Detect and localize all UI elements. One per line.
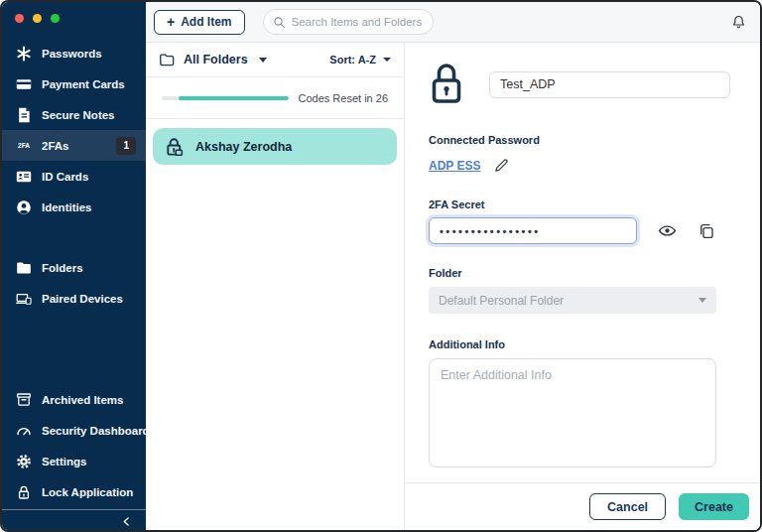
sidebar-item-passwords[interactable]: Passwords: [2, 38, 146, 68]
eye-icon: [658, 221, 677, 240]
detail-head-row: [429, 61, 736, 108]
big-lock-icon: [429, 61, 464, 108]
reveal-secret-button[interactable]: [658, 221, 677, 240]
folder-icon: [15, 259, 33, 277]
search-icon: [273, 16, 286, 29]
additional-info-label: Additional Info: [429, 338, 736, 350]
id-card-icon: [15, 168, 33, 186]
2fa-icon: 2FA: [15, 137, 33, 155]
notifications-button[interactable]: [730, 14, 747, 31]
sidebar-item-label: Paired Devices: [42, 293, 123, 305]
2fa-lock-icon: [164, 136, 185, 157]
sort-dropdown[interactable]: Sort: A-Z: [329, 54, 391, 66]
devices-icon: [15, 290, 33, 308]
connected-password-link[interactable]: ADP ESS: [429, 159, 480, 173]
sidebar-item-label: Lock Application: [42, 486, 133, 498]
content: All Folders Sort: A-Z Codes Reset in 26: [146, 43, 760, 530]
sidebar-item-lock-application[interactable]: Lock Application: [2, 476, 146, 507]
codes-reset-label: Codes Reset in 26: [299, 92, 389, 104]
search-bar[interactable]: [263, 9, 434, 35]
sidebar-item-label: 2FAs: [42, 140, 69, 152]
folder-select[interactable]: Default Personal Folder: [429, 287, 716, 314]
chevron-left-icon: [120, 514, 133, 532]
sidebar-item-2fas[interactable]: 2FA 2FAs 1: [2, 130, 146, 161]
edit-connected-password-button[interactable]: [494, 158, 509, 173]
codes-reset-row: Codes Reset in 26: [146, 77, 404, 119]
item-list: Akshay Zerodha: [146, 119, 404, 174]
credit-card-icon: [15, 75, 33, 93]
cancel-button[interactable]: Cancel: [589, 493, 666, 520]
2fa-secret-row: [429, 217, 736, 244]
item-title: Akshay Zerodha: [195, 140, 292, 154]
sidebar-item-archived-items[interactable]: Archived Items: [2, 384, 146, 415]
create-button[interactable]: Create: [679, 493, 749, 520]
2fa-secret-label: 2FA Secret: [429, 199, 736, 210]
sidebar-item-secure-notes[interactable]: Secure Notes: [2, 99, 146, 130]
search-input[interactable]: [292, 16, 424, 28]
codes-progress-track: [162, 96, 289, 100]
codes-progress-fill: [179, 96, 289, 100]
traffic-light-close[interactable]: [15, 14, 24, 23]
chevron-down-icon: [698, 298, 706, 303]
sidebar-item-label: Folders: [42, 262, 83, 274]
gear-icon: [15, 453, 33, 470]
topbar: + Add Item: [146, 2, 760, 43]
detail-form: Connected Password ADP ESS 2FA Secret: [405, 43, 760, 482]
item-name-input[interactable]: [489, 71, 730, 98]
detail-footer: Cancel Create: [405, 482, 760, 530]
sidebar-collapse[interactable]: [2, 509, 146, 532]
traffic-light-zoom[interactable]: [51, 14, 60, 23]
list-header: All Folders Sort: A-Z: [146, 43, 404, 77]
sidebar-item-paired-devices[interactable]: Paired Devices: [2, 283, 146, 314]
list-item[interactable]: Akshay Zerodha: [153, 128, 397, 165]
connected-password-label: Connected Password: [429, 134, 736, 146]
chevron-down-icon[interactable]: [259, 58, 267, 63]
sidebar-item-folders[interactable]: Folders: [2, 252, 146, 283]
main-area: + Add Item All Folders: [146, 2, 760, 530]
sidebar-item-identities[interactable]: Identities: [2, 192, 146, 222]
folder-filter-dropdown[interactable]: All Folders: [184, 53, 248, 66]
add-item-label: Add Item: [181, 15, 231, 29]
sidebar-item-label: Settings: [42, 456, 86, 467]
lock-icon: [15, 483, 33, 501]
copy-secret-button[interactable]: [698, 222, 715, 240]
sidebar-item-label: Payment Cards: [42, 78, 125, 90]
archive-icon: [15, 391, 33, 409]
copy-icon: [698, 222, 715, 240]
sort-label: Sort: A-Z: [329, 54, 376, 66]
gauge-icon: [15, 422, 33, 440]
2fa-secret-input[interactable]: [429, 217, 637, 244]
folder-label: Folder: [429, 267, 736, 279]
2fa-count-badge: 1: [116, 137, 136, 155]
sidebar-nav: Passwords Payment Cards Secure Notes 2FA…: [2, 32, 146, 507]
sidebar-item-label: Passwords: [42, 48, 102, 60]
asterisk-icon: [15, 45, 33, 63]
sidebar-item-label: Archived Items: [42, 394, 123, 406]
sidebar-item-label: Security Dashboard: [42, 425, 150, 437]
sidebar-item-payment-cards[interactable]: Payment Cards: [2, 68, 146, 99]
bell-icon: [730, 14, 747, 31]
sidebar-item-label: Identities: [42, 201, 91, 213]
sidebar-item-settings[interactable]: Settings: [2, 446, 146, 476]
add-item-button[interactable]: + Add Item: [154, 10, 245, 35]
detail-panel: Connected Password ADP ESS 2FA Secret: [405, 43, 760, 530]
list-panel: All Folders Sort: A-Z Codes Reset in 26: [146, 43, 405, 530]
pencil-icon: [494, 158, 509, 173]
sidebar-item-label: ID Cards: [42, 171, 88, 183]
chevron-down-icon: [383, 58, 391, 62]
sidebar-item-security-dashboard[interactable]: Security Dashboard: [2, 415, 146, 446]
sidebar-item-id-cards[interactable]: ID Cards: [2, 161, 146, 192]
connected-password-row: ADP ESS: [429, 158, 736, 173]
plus-icon: +: [167, 15, 175, 29]
traffic-light-minimize[interactable]: [33, 14, 42, 23]
app-window: Passwords Payment Cards Secure Notes 2FA…: [0, 0, 762, 532]
sidebar: Passwords Payment Cards Secure Notes 2FA…: [2, 2, 146, 530]
person-icon: [15, 199, 33, 216]
note-icon: [15, 106, 33, 124]
folder-outline-icon: [159, 52, 176, 68]
additional-info-textarea[interactable]: [429, 358, 716, 467]
folder-select-value: Default Personal Folder: [439, 294, 564, 308]
window-controls: [2, 2, 146, 32]
sidebar-item-label: Secure Notes: [42, 109, 115, 121]
